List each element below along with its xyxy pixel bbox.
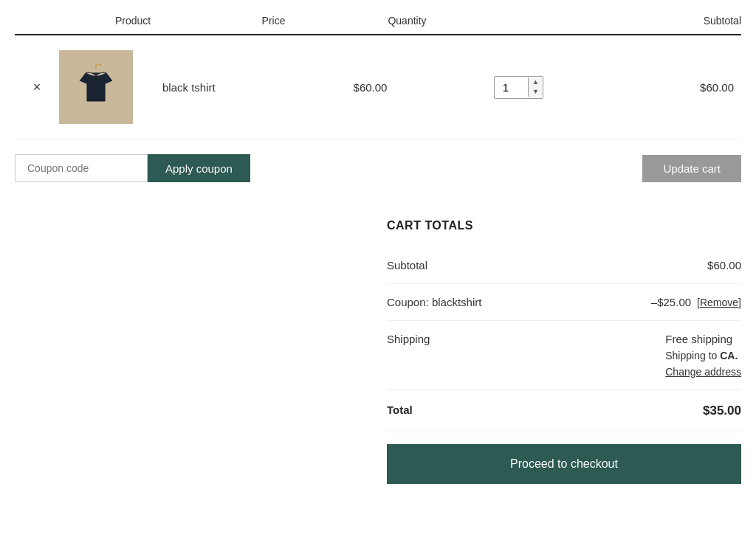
update-cart-button[interactable]: Update cart: [642, 155, 741, 182]
cart-table-header: Product Price Quantity Subtotal: [15, 15, 741, 35]
col-header-product: Product: [59, 15, 207, 27]
coupon-discount: –$25.00: [651, 296, 691, 308]
coupon-label: Coupon: blacktshirt: [387, 296, 505, 308]
totals-shipping-row: Shipping Free shipping Shipping to CA. C…: [387, 321, 741, 390]
shipping-method: Free shipping: [665, 333, 741, 345]
totals-total-row: Total $35.00: [387, 390, 741, 432]
coupon-value: –$25.00 [Remove]: [651, 296, 741, 308]
coupon-form: Apply coupon: [15, 154, 250, 182]
cart-totals-title: CART TOTALS: [387, 219, 741, 232]
shipping-to: Shipping to CA.: [665, 350, 741, 361]
quantity-stepper[interactable]: ▲ ▼: [494, 76, 543, 99]
col-header-price: Price: [207, 15, 340, 27]
product-subtotal: $60.00: [593, 81, 741, 94]
quantity-input[interactable]: [495, 77, 528, 98]
table-row: × black tshirt $60.00 ▲ ▼: [15, 35, 741, 139]
quantity-col: ▲ ▼: [444, 76, 593, 99]
shipping-label: Shipping: [387, 333, 505, 345]
change-address-link[interactable]: Change address: [665, 366, 741, 378]
subtotal-value: $60.00: [707, 259, 741, 271]
cart-totals-box: CART TOTALS Subtotal $60.00 Coupon: blac…: [387, 219, 741, 484]
coupon-row: Apply coupon Update cart: [15, 139, 741, 197]
remove-item-button[interactable]: ×: [33, 80, 41, 95]
total-value: $35.00: [703, 404, 741, 418]
total-label: Total: [387, 404, 413, 418]
totals-subtotal-row: Subtotal $60.00: [387, 247, 741, 284]
coupon-input[interactable]: [15, 154, 148, 182]
subtotal-label: Subtotal: [387, 259, 505, 271]
tshirt-icon: [70, 61, 122, 113]
col-header-subtotal: Subtotal: [474, 15, 741, 27]
quantity-up-button[interactable]: ▲: [529, 77, 543, 87]
quantity-down-button[interactable]: ▼: [529, 87, 543, 97]
product-image: [59, 50, 133, 124]
totals-coupon-row: Coupon: blacktshirt –$25.00 [Remove]: [387, 284, 741, 321]
apply-coupon-button[interactable]: Apply coupon: [148, 154, 250, 182]
product-name: black tshirt: [148, 81, 296, 94]
shipping-value: Free shipping Shipping to CA. Change add…: [665, 333, 741, 378]
checkout-button[interactable]: Proceed to checkout: [387, 444, 741, 484]
remove-coupon-link[interactable]: [Remove]: [697, 297, 741, 308]
col-header-quantity: Quantity: [340, 15, 474, 27]
cart-totals-section: CART TOTALS Subtotal $60.00 Coupon: blac…: [15, 219, 741, 484]
product-price: $60.00: [296, 81, 444, 94]
